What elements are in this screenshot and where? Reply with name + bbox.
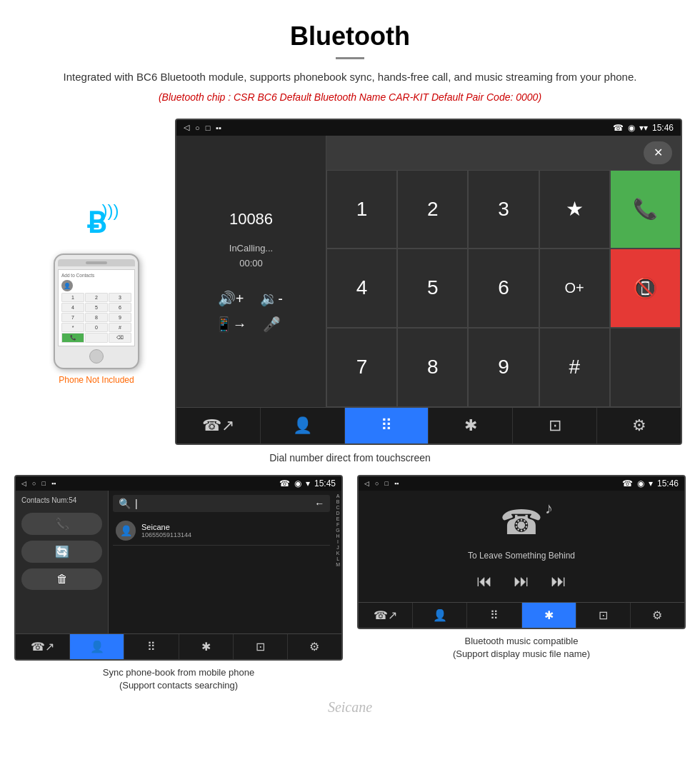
key-7[interactable]: 7 bbox=[326, 328, 397, 407]
contacts-left-panel: Contacts Num:54 📞 🔄 🗑 bbox=[16, 491, 109, 633]
nav-contacts[interactable]: 👤 bbox=[261, 408, 345, 443]
phone-top-bar bbox=[58, 259, 135, 266]
header-description: Integrated with BC6 Bluetooth module, su… bbox=[14, 69, 686, 86]
phone-key-call[interactable]: 📞 bbox=[61, 333, 84, 343]
phone-key-8[interactable]: 8 bbox=[85, 313, 108, 322]
volume-down-icon[interactable]: 🔉- bbox=[256, 290, 288, 307]
phone-home-button[interactable] bbox=[89, 349, 104, 364]
contacts-wifi-icon: ▾ bbox=[306, 478, 310, 488]
contacts-notif-icon: ▪▪ bbox=[51, 480, 56, 487]
dialer-nav-bar: ☎↗ 👤 ⠿ ✱ ⊡ ⚙ bbox=[176, 407, 681, 443]
prev-track-button[interactable]: ⏮ bbox=[476, 572, 492, 591]
phone-and-screen-row: Ƀ ))) Add to Contacts 👤 1 2 3 4 bbox=[14, 119, 686, 445]
mini-call-icon: ☎↗ bbox=[31, 640, 54, 653]
call-button[interactable]: 📞 bbox=[610, 170, 681, 249]
phone-key-delete[interactable]: ⌫ bbox=[109, 333, 131, 343]
backspace-search-icon[interactable]: ← bbox=[314, 498, 324, 509]
music-nav-call[interactable]: ☎↗ bbox=[359, 603, 413, 628]
music-home-icon: ○ bbox=[375, 480, 379, 487]
mini-nav-call[interactable]: ☎↗ bbox=[16, 634, 70, 659]
volume-up-icon[interactable]: 🔊+ bbox=[215, 290, 247, 307]
call-contact-button[interactable]: 📞 bbox=[21, 513, 102, 535]
phone-key-4[interactable]: 4 bbox=[61, 303, 84, 312]
key-8[interactable]: 8 bbox=[397, 328, 468, 407]
phone-key-0[interactable]: 0 bbox=[85, 323, 108, 332]
phone-contact-icon: 👤 bbox=[61, 280, 73, 291]
nav-bluetooth[interactable]: ✱ bbox=[429, 408, 513, 443]
alpha-index-list: A B C D E F G H I J K L M bbox=[334, 491, 341, 633]
music-nav-bar: ☎↗ 👤 ⠿ ✱ ⊡ ⚙ bbox=[359, 602, 684, 628]
back-icon: ◁ bbox=[184, 123, 189, 132]
contacts-screen-wrap: ◁ ○ □ ▪▪ ☎ ◉ ▾ 15:45 Contacts N bbox=[14, 475, 343, 692]
key-6[interactable]: 6 bbox=[468, 249, 539, 328]
phone-screen: Add to Contacts 👤 1 2 3 4 5 6 7 8 9 bbox=[58, 269, 135, 346]
keypad-input-row: ✕ bbox=[326, 136, 681, 170]
transfer-icon[interactable]: 📱→ bbox=[215, 316, 247, 333]
contact-list-item[interactable]: 👤 Seicane 10655059113144 bbox=[113, 516, 330, 546]
phone-key-star[interactable]: * bbox=[61, 323, 84, 332]
contacts-time: 15:45 bbox=[314, 478, 336, 488]
mini-nav-contacts[interactable]: 👤 bbox=[70, 634, 124, 659]
delete-contact-button[interactable]: 🗑 bbox=[21, 568, 102, 590]
dialer-call-status: InCalling... bbox=[229, 243, 273, 254]
key-hash[interactable]: # bbox=[539, 328, 610, 407]
settings-nav-icon: ⚙ bbox=[632, 416, 646, 435]
key-2[interactable]: 2 bbox=[397, 170, 468, 249]
music-nav-dialpad[interactable]: ⠿ bbox=[467, 603, 521, 628]
music-nav-contacts[interactable]: 👤 bbox=[413, 603, 467, 628]
end-call-button[interactable]: 📵 bbox=[610, 249, 681, 328]
phone-key-6[interactable]: 6 bbox=[109, 303, 131, 312]
phone-not-included-label: Phone Not Included bbox=[59, 375, 134, 385]
key-1[interactable]: 1 bbox=[326, 170, 397, 249]
contacts-home-icon: ○ bbox=[32, 480, 36, 487]
music-nav-call-icon: ☎↗ bbox=[374, 608, 397, 622]
play-pause-button[interactable]: ⏭ bbox=[514, 572, 529, 591]
music-status-right: ☎ ◉ ▾ 15:46 bbox=[622, 478, 679, 488]
nav-settings[interactable]: ⚙ bbox=[597, 408, 681, 443]
phone-key-5[interactable]: 5 bbox=[85, 303, 108, 312]
contact-name: Seicane bbox=[141, 523, 191, 531]
phone-music-icon: ☎ bbox=[500, 503, 543, 541]
home-icon: ○ bbox=[195, 124, 200, 132]
key-9[interactable]: 9 bbox=[468, 328, 539, 407]
music-nav-pb[interactable]: ⊡ bbox=[576, 603, 631, 628]
mute-icon[interactable]: 🎤 bbox=[256, 316, 288, 333]
sync-contact-button[interactable]: 🔄 bbox=[21, 541, 102, 563]
key-5[interactable]: 5 bbox=[397, 249, 468, 328]
phone-key-2[interactable]: 2 bbox=[85, 293, 108, 302]
phone-key-1[interactable]: 1 bbox=[61, 293, 84, 302]
title-divider bbox=[336, 57, 364, 59]
contacts-screen: ◁ ○ □ ▪▪ ☎ ◉ ▾ 15:45 Contacts N bbox=[14, 475, 343, 661]
music-nav-bt[interactable]: ✱ bbox=[522, 603, 576, 628]
key-3[interactable]: 3 bbox=[468, 170, 539, 249]
contacts-nav-bar: ☎↗ 👤 ⠿ ✱ ⊡ ⚙ bbox=[16, 633, 341, 659]
music-nav-settings[interactable]: ⚙ bbox=[631, 603, 684, 628]
contact-number: 10655059113144 bbox=[141, 531, 191, 538]
phone-key-3[interactable]: 3 bbox=[109, 293, 131, 302]
mini-nav-pb[interactable]: ⊡ bbox=[234, 634, 288, 659]
music-loc-icon: ◉ bbox=[637, 478, 644, 488]
contact-info: Seicane 10655059113144 bbox=[141, 523, 191, 538]
mini-nav-bt[interactable]: ✱ bbox=[179, 634, 234, 659]
key-4[interactable]: 4 bbox=[326, 249, 397, 328]
phone-key-9[interactable]: 9 bbox=[109, 313, 131, 322]
key-o-plus[interactable]: O+ bbox=[539, 249, 610, 328]
wifi-arcs-icon: ))) bbox=[102, 201, 119, 221]
phone-key-7[interactable]: 7 bbox=[61, 313, 84, 322]
nav-dialpad[interactable]: ⠿ bbox=[345, 408, 429, 443]
backspace-button[interactable]: ✕ bbox=[644, 141, 672, 164]
contacts-status-right: ☎ ◉ ▾ 15:45 bbox=[279, 478, 336, 488]
next-track-button[interactable]: ⏭ bbox=[551, 572, 566, 591]
contacts-status-bar: ◁ ○ □ ▪▪ ☎ ◉ ▾ 15:45 bbox=[16, 476, 341, 491]
contacts-body: Contacts Num:54 📞 🔄 🗑 🔍 | ← bbox=[16, 491, 341, 633]
mini-nav-dialpad[interactable]: ⠿ bbox=[124, 634, 179, 659]
mini-nav-settings[interactable]: ⚙ bbox=[288, 634, 341, 659]
key-star[interactable]: ★ bbox=[539, 170, 610, 249]
nav-call-transfer[interactable]: ☎↗ bbox=[176, 408, 261, 443]
music-status-left: ◁ ○ □ ▪▪ bbox=[364, 480, 399, 487]
dialer-body: 10086 InCalling... 00:00 🔊+ 🔉- 📱→ 🎤 ✕ bbox=[176, 136, 681, 407]
phone-add-contacts-label: Add to Contacts bbox=[61, 273, 131, 278]
phone-key-hash[interactable]: # bbox=[109, 323, 131, 332]
nav-phonebook[interactable]: ⊡ bbox=[513, 408, 597, 443]
music-screen-wrap: ◁ ○ □ ▪▪ ☎ ◉ ▾ 15:46 ☎ ♪ bbox=[357, 475, 686, 692]
